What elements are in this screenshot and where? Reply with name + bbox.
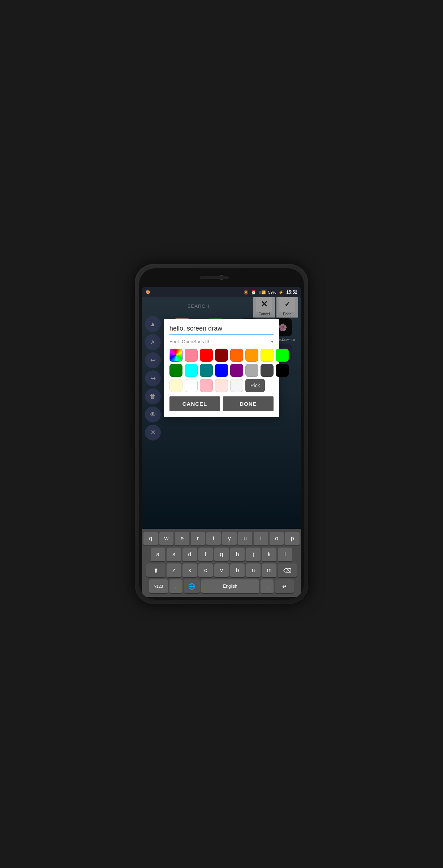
color-swatch-lightgray[interactable]: [245, 364, 258, 377]
done-button[interactable]: DONE: [223, 396, 274, 411]
key-k[interactable]: k: [262, 548, 276, 561]
alarm-icon: ⏰: [251, 290, 256, 295]
color-row-1: [169, 349, 274, 362]
key-c[interactable]: c: [198, 563, 213, 577]
color-swatch-purple[interactable]: [230, 364, 243, 377]
key-f[interactable]: f: [198, 548, 213, 561]
color-swatch-whitesmoke[interactable]: [230, 379, 243, 392]
key-r[interactable]: r: [191, 532, 205, 545]
color-swatch-blue[interactable]: [215, 364, 228, 377]
status-bar: 🎨 🔕 ⏰ H📶 59% ⚡ 15:52: [142, 287, 301, 297]
color-swatch-amber[interactable]: [245, 349, 258, 362]
key-s[interactable]: s: [167, 548, 181, 561]
speaker: [200, 276, 229, 279]
color-swatch-orange[interactable]: [230, 349, 243, 362]
key-a[interactable]: a: [151, 548, 165, 561]
key-n[interactable]: n: [246, 563, 261, 577]
font-select[interactable]: OpenSans.ttf ▾: [182, 339, 274, 344]
keyboard: q w e r t y u i o p a s d f g: [142, 529, 301, 597]
font-label: Font: [169, 339, 179, 344]
color-swatch-mistyrose[interactable]: [215, 379, 228, 392]
color-swatch-teal[interactable]: [200, 364, 213, 377]
key-z[interactable]: z: [167, 563, 181, 577]
color-swatch-rainbow[interactable]: [169, 349, 182, 362]
key-v[interactable]: v: [214, 563, 229, 577]
color-swatch-white[interactable]: [185, 379, 198, 392]
key-m[interactable]: m: [262, 563, 276, 577]
key-b[interactable]: b: [230, 563, 245, 577]
color-swatch-lime[interactable]: [276, 349, 289, 362]
keyboard-row-2: a s d f g h j k l: [143, 548, 300, 561]
color-swatch-darkred[interactable]: [215, 349, 228, 362]
key-e[interactable]: e: [175, 532, 189, 545]
key-q[interactable]: q: [143, 532, 158, 545]
modal-overlay: Font OpenSans.ttf ▾: [142, 297, 301, 529]
key-l[interactable]: l: [278, 548, 292, 561]
app-background: SEARCH ✕ Cancel ✓ Done ▲ A ↩ ↪: [142, 297, 301, 529]
shift-key[interactable]: ⬆: [146, 563, 165, 577]
clock: 15:52: [286, 290, 297, 295]
battery-icon: ⚡: [279, 290, 284, 295]
color-swatch-cyan[interactable]: [185, 364, 198, 377]
keyboard-row-4: ?123 , 🌐 English . ↵: [143, 579, 300, 593]
color-swatch-black[interactable]: [276, 364, 289, 377]
key-d[interactable]: d: [182, 548, 197, 561]
comma-key[interactable]: ,: [169, 579, 182, 593]
screen: 🎨 🔕 ⏰ H📶 59% ⚡ 15:52 SEARCH ✕ Cancel: [142, 287, 301, 597]
color-row-3: Pick: [169, 379, 274, 392]
key-i[interactable]: i: [254, 532, 268, 545]
keyboard-row-3: ⬆ z x c v b n m ⌫: [143, 563, 300, 577]
key-h[interactable]: h: [230, 548, 245, 561]
text-input[interactable]: [169, 325, 274, 335]
network-icon: H📶: [259, 290, 266, 294]
text-style-dialog: Font OpenSans.ttf ▾: [164, 319, 279, 417]
mute-icon: 🔕: [244, 290, 249, 295]
dropdown-icon: ▾: [271, 339, 274, 344]
keyboard-row-1: q w e r t y u i o p: [143, 532, 300, 545]
color-swatch-lemon[interactable]: [169, 379, 182, 392]
space-key[interactable]: English: [201, 579, 259, 593]
key-p[interactable]: p: [285, 532, 300, 545]
key-t[interactable]: t: [206, 532, 221, 545]
key-y[interactable]: y: [222, 532, 237, 545]
special-key[interactable]: ?123: [149, 579, 168, 593]
battery-text: 59%: [268, 290, 276, 294]
color-swatch-darkgray[interactable]: [261, 364, 274, 377]
phone-device: 🎨 🔕 ⏰ H📶 59% ⚡ 15:52 SEARCH ✕ Cancel: [135, 264, 308, 604]
key-j[interactable]: j: [246, 548, 261, 561]
color-swatch-green[interactable]: [169, 364, 182, 377]
globe-key[interactable]: 🌐: [184, 579, 200, 593]
backspace-key[interactable]: ⌫: [278, 563, 297, 577]
modal-actions: CANCEL DONE: [169, 396, 274, 411]
key-u[interactable]: u: [238, 532, 253, 545]
color-swatch-pink[interactable]: [185, 349, 198, 362]
cancel-button[interactable]: CANCEL: [169, 396, 220, 411]
color-swatch-yellow[interactable]: [261, 349, 274, 362]
pick-color-button[interactable]: Pick: [245, 379, 265, 392]
enter-key[interactable]: ↵: [275, 579, 294, 593]
color-grid: Pick: [169, 349, 274, 392]
key-g[interactable]: g: [214, 548, 229, 561]
key-o[interactable]: o: [270, 532, 284, 545]
key-x[interactable]: x: [182, 563, 197, 577]
font-value: OpenSans.ttf: [182, 339, 209, 344]
period-key[interactable]: .: [261, 579, 274, 593]
app-icon-indicator: 🎨: [146, 290, 151, 295]
color-swatch-red[interactable]: [200, 349, 213, 362]
color-swatch-lightpink[interactable]: [200, 379, 213, 392]
color-row-2: [169, 364, 274, 377]
font-row: Font OpenSans.ttf ▾: [169, 339, 274, 344]
key-w[interactable]: w: [159, 532, 174, 545]
